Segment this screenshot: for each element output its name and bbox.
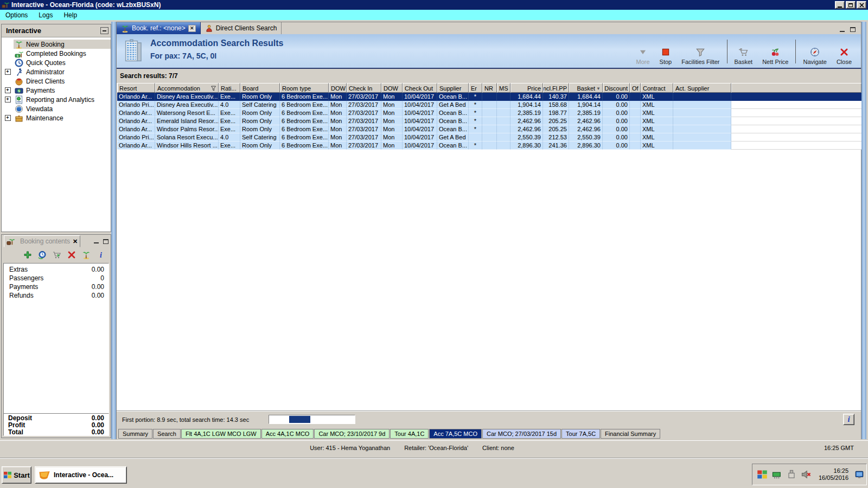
nett-price-button[interactable]: Nett Price: [757, 36, 793, 67]
maximize-document-icon[interactable]: [850, 27, 856, 32]
table-row-4[interactable]: Orlando Ar...Windsor Palms Resor...Exe..…: [117, 125, 861, 133]
holiday-button[interactable]: [82, 251, 91, 259]
table-row-3[interactable]: Orlando Ar...Emerald Island Resor...Exe.…: [117, 117, 861, 125]
sidebar-item-maintenance[interactable]: +Maintenance: [2, 113, 111, 123]
minimize-panel-icon[interactable]: [94, 242, 99, 243]
taskbar-task-button[interactable]: Interactive - Ocea...: [35, 466, 127, 484]
sidebar-item-payments[interactable]: +$Payments: [2, 86, 111, 95]
close-window-button[interactable]: [857, 1, 866, 9]
column-header-supplier-9[interactable]: Supplier: [437, 83, 469, 93]
move-to-cart-button[interactable]: [53, 251, 61, 259]
column-header-check-in-6[interactable]: Check In: [347, 83, 381, 93]
table-row-1[interactable]: Orlando Pri...Disney Area Executiv...4.0…: [117, 101, 861, 109]
facilities-filter-button[interactable]: Facilities Filter: [676, 36, 724, 67]
column-filter-icon[interactable]: [210, 86, 216, 91]
column-header-accommodation-1[interactable]: Accommodation: [155, 83, 219, 93]
column-header-incl-fl-pp-14[interactable]: Incl.Fl.PP: [543, 83, 569, 93]
column-header-contract-18[interactable]: Contract: [641, 83, 673, 93]
table-cell: 158.68: [543, 101, 569, 109]
column-header-price-13[interactable]: Price: [510, 83, 543, 93]
close-booking-panel-icon[interactable]: ✕: [73, 239, 78, 245]
maximize-panel-icon[interactable]: [103, 239, 108, 244]
tray-network-icon[interactable]: [771, 469, 782, 480]
column-header-nr-11[interactable]: NR: [482, 83, 497, 93]
section-tab-flt-4a-1c-lgw-mco-lgw[interactable]: Flt 4A,1C LGW MCO LGW: [181, 429, 261, 439]
tray-usb-icon[interactable]: [786, 469, 797, 480]
sidebar-item-administrator[interactable]: +Administrator: [2, 67, 111, 76]
table-cell: [673, 93, 731, 101]
booking-contents-tab[interactable]: Booking contents ✕: [4, 235, 80, 247]
document-tab-book-ref-none[interactable]: Book. ref.: <none>✕: [117, 22, 201, 34]
tray-clock[interactable]: 16:25 16/05/2016: [819, 467, 848, 481]
column-header-dow-7[interactable]: DOW: [381, 83, 403, 93]
availability-button[interactable]: [38, 251, 47, 259]
table-row-5[interactable]: Orlando Pri...Solana Resort Execu...4.0S…: [117, 133, 861, 142]
menu-options[interactable]: Options: [0, 10, 33, 20]
section-tab-tour-4a-1c[interactable]: Tour 4A,1C: [390, 429, 429, 439]
sidebar-item-completed-bookings[interactable]: $Completed Bookings: [2, 49, 111, 58]
table-cell: *: [469, 125, 482, 133]
navigation-panel: Interactive New Booking$Completed Bookin…: [1, 24, 111, 232]
section-tab-acc-7a-5c-mco[interactable]: Acc 7A,5C MCO: [429, 429, 482, 439]
delete-item-button[interactable]: [67, 251, 76, 259]
document-tab-direct-clients-search[interactable]: Direct Clients Search: [201, 22, 282, 34]
column-header-room-type-4[interactable]: Room type: [280, 83, 329, 93]
info-button[interactable]: i: [97, 251, 105, 259]
close-button[interactable]: Close: [832, 36, 857, 67]
section-tab-car-mco-23-10-2017-9d[interactable]: Car MCO; 23/10/2017 9d: [314, 429, 390, 439]
table-cell: Emerald Island Resor...: [155, 117, 219, 125]
sidebar-item-new-booking[interactable]: New Booking: [2, 40, 111, 49]
expand-toggle-icon[interactable]: +: [5, 87, 11, 93]
table-row-0[interactable]: Orlando Ar...Disney Area Executiv...Exe.…: [117, 93, 861, 101]
collapse-panel-button[interactable]: [100, 27, 108, 34]
section-tab-summary[interactable]: Summary: [118, 429, 152, 439]
section-tab-financial-summary[interactable]: Financial Summary: [601, 429, 660, 439]
sidebar-item-reporting-and-analytics[interactable]: +Reporting and Analytics: [2, 95, 111, 104]
tray-colors-icon[interactable]: [757, 469, 768, 480]
restore-button[interactable]: [846, 1, 856, 9]
table-row-2[interactable]: Orlando Ar...Watersong Resort E...Exe...…: [117, 109, 861, 117]
table-cell: [482, 101, 497, 109]
table-row-6[interactable]: Orlando Ar...Windsor Hills Resort ...Exe…: [117, 142, 861, 150]
section-tab-search[interactable]: Search: [153, 429, 181, 439]
column-header-basket-15[interactable]: Basket▼: [569, 83, 603, 93]
close-icon: [839, 47, 849, 57]
column-header-rati-2[interactable]: Rati...: [219, 83, 240, 93]
column-header-board-3[interactable]: Board: [240, 83, 280, 93]
column-header-of-17[interactable]: Of: [630, 83, 641, 93]
table-cell: 2,462.96: [569, 117, 603, 125]
sidebar-item-quick-quotes[interactable]: Quick Quotes: [2, 58, 111, 67]
column-header-dow-5[interactable]: DOW: [329, 83, 347, 93]
expand-toggle-icon[interactable]: +: [5, 69, 11, 75]
info-button[interactable]: i: [843, 414, 854, 425]
tray-display-icon[interactable]: [854, 468, 864, 480]
column-header-er-10[interactable]: Er: [469, 83, 482, 93]
minimize-document-icon[interactable]: [840, 31, 845, 32]
basket-button[interactable]: Basket: [730, 36, 758, 67]
stop-button[interactable]: Stop: [655, 36, 677, 67]
sidebar-item-direct-clients[interactable]: Direct Clients: [2, 76, 111, 86]
expand-toggle-icon[interactable]: +: [5, 97, 11, 102]
navigate-button[interactable]: Navigate: [798, 36, 831, 67]
panel-splitter[interactable]: [111, 22, 116, 439]
sort-descending-icon: ▼: [596, 86, 601, 91]
column-header-check-out-8[interactable]: Check Out: [403, 83, 437, 93]
menu-logs[interactable]: Logs: [33, 10, 58, 20]
start-button[interactable]: Start: [2, 466, 31, 484]
expand-toggle-icon[interactable]: +: [5, 115, 11, 121]
column-header-discount-16[interactable]: Discount: [603, 83, 630, 93]
tray-volume-muted-icon[interactable]: [801, 469, 812, 480]
menu-help[interactable]: Help: [58, 10, 82, 20]
sidebar-item-viewdata[interactable]: Viewdata: [2, 104, 111, 113]
column-header-resort-0[interactable]: Resort: [117, 83, 155, 93]
minimize-button[interactable]: [835, 1, 845, 9]
section-tab-tour-7a-5c[interactable]: Tour 7A,5C: [561, 429, 600, 439]
add-item-button[interactable]: [23, 251, 32, 259]
table-cell: 0.00: [603, 101, 630, 109]
table-cell: 2,896.30: [510, 142, 543, 150]
close-tab-icon[interactable]: ✕: [188, 25, 196, 32]
section-tab-car-mco-27-03-2017-15d[interactable]: Car MCO; 27/03/2017 15d: [482, 429, 561, 439]
column-header-act-supplier-19[interactable]: Act. Supplier: [673, 83, 731, 93]
column-header-ms-12[interactable]: MS: [497, 83, 510, 93]
section-tab-acc-4a-1c-mco[interactable]: Acc 4A,1C MCO: [261, 429, 314, 439]
